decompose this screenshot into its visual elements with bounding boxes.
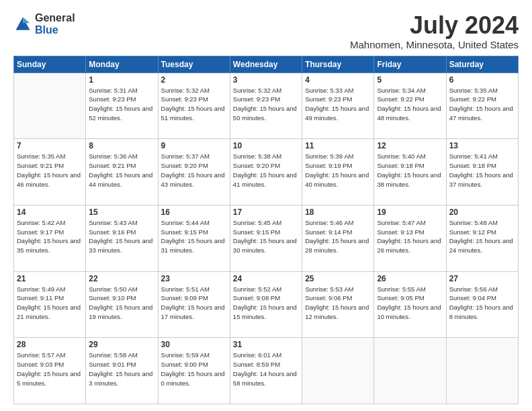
table-row: 11Sunrise: 5:39 AM Sunset: 9:19 PM Dayli… [302, 139, 374, 205]
table-row: 28Sunrise: 5:57 AM Sunset: 9:03 PM Dayli… [14, 338, 86, 404]
cell-day-number: 10 [233, 141, 299, 150]
cell-info: Sunrise: 5:43 AM Sunset: 9:16 PM Dayligh… [89, 218, 154, 255]
cell-day-number: 5 [377, 75, 443, 85]
col-monday: Monday [86, 56, 158, 73]
calendar-body: 1Sunrise: 5:31 AM Sunset: 9:23 PM Daylig… [14, 73, 519, 404]
table-row: 9Sunrise: 5:37 AM Sunset: 9:20 PM Daylig… [158, 139, 230, 205]
table-row: 4Sunrise: 5:33 AM Sunset: 9:23 PM Daylig… [302, 73, 374, 139]
cell-day-number: 26 [377, 274, 443, 283]
cell-info: Sunrise: 5:56 AM Sunset: 9:04 PM Dayligh… [449, 285, 515, 322]
table-row: 29Sunrise: 5:58 AM Sunset: 9:01 PM Dayli… [86, 338, 158, 404]
logo-text: General Blue [35, 12, 75, 36]
table-row: 12Sunrise: 5:40 AM Sunset: 9:18 PM Dayli… [374, 139, 446, 205]
cell-info: Sunrise: 5:42 AM Sunset: 9:17 PM Dayligh… [17, 218, 83, 255]
cell-info: Sunrise: 5:55 AM Sunset: 9:05 PM Dayligh… [377, 285, 443, 322]
logo-general-text: General [35, 12, 75, 24]
cell-info: Sunrise: 5:57 AM Sunset: 9:03 PM Dayligh… [17, 351, 83, 387]
cell-info: Sunrise: 5:44 AM Sunset: 9:15 PM Dayligh… [161, 218, 227, 255]
table-row: 13Sunrise: 5:41 AM Sunset: 9:18 PM Dayli… [446, 139, 518, 205]
cell-day-number: 8 [89, 141, 154, 150]
logo-blue-text: Blue [35, 24, 75, 36]
cell-day-number: 2 [161, 75, 227, 85]
table-row: 17Sunrise: 5:45 AM Sunset: 9:15 PM Dayli… [230, 205, 302, 271]
table-row: 10Sunrise: 5:38 AM Sunset: 9:20 PM Dayli… [230, 139, 302, 205]
table-row: 25Sunrise: 5:53 AM Sunset: 9:06 PM Dayli… [302, 271, 374, 338]
cell-info: Sunrise: 5:48 AM Sunset: 9:12 PM Dayligh… [449, 218, 515, 255]
cell-info: Sunrise: 5:58 AM Sunset: 9:01 PM Dayligh… [89, 351, 154, 387]
table-row: 16Sunrise: 5:44 AM Sunset: 9:15 PM Dayli… [158, 205, 230, 271]
col-thursday: Thursday [302, 56, 374, 73]
cell-day-number: 1 [89, 75, 154, 85]
cell-info: Sunrise: 5:31 AM Sunset: 9:23 PM Dayligh… [89, 86, 154, 123]
logo: General Blue [13, 12, 75, 36]
cell-info: Sunrise: 5:39 AM Sunset: 9:19 PM Dayligh… [305, 152, 371, 189]
cell-day-number: 27 [449, 274, 515, 283]
cell-info: Sunrise: 5:32 AM Sunset: 9:23 PM Dayligh… [233, 86, 299, 123]
col-saturday: Saturday [446, 56, 518, 73]
cell-day-number: 20 [449, 208, 515, 217]
table-row: 8Sunrise: 5:36 AM Sunset: 9:21 PM Daylig… [86, 139, 158, 205]
table-row: 27Sunrise: 5:56 AM Sunset: 9:04 PM Dayli… [446, 271, 518, 338]
cell-info: Sunrise: 5:45 AM Sunset: 9:15 PM Dayligh… [233, 218, 299, 255]
cell-day-number: 23 [161, 274, 227, 283]
cell-day-number: 15 [89, 208, 154, 217]
cell-day-number: 21 [17, 274, 83, 283]
table-row: 26Sunrise: 5:55 AM Sunset: 9:05 PM Dayli… [374, 271, 446, 338]
cell-info: Sunrise: 5:59 AM Sunset: 9:00 PM Dayligh… [161, 351, 227, 387]
cell-info: Sunrise: 5:32 AM Sunset: 9:23 PM Dayligh… [161, 86, 227, 123]
cell-info: Sunrise: 6:01 AM Sunset: 8:59 PM Dayligh… [233, 351, 299, 387]
table-row: 1Sunrise: 5:31 AM Sunset: 9:23 PM Daylig… [86, 73, 158, 139]
table-row: 20Sunrise: 5:48 AM Sunset: 9:12 PM Dayli… [446, 205, 518, 271]
table-row [302, 338, 374, 404]
calendar-week-3: 14Sunrise: 5:42 AM Sunset: 9:17 PM Dayli… [14, 205, 519, 271]
cell-day-number: 3 [233, 75, 299, 85]
table-row [374, 338, 446, 404]
table-row: 22Sunrise: 5:50 AM Sunset: 9:10 PM Dayli… [86, 271, 158, 338]
calendar-table: Sunday Monday Tuesday Wednesday Thursday… [13, 56, 519, 404]
cell-day-number: 13 [449, 141, 515, 150]
col-friday: Friday [374, 56, 446, 73]
cell-day-number: 31 [233, 340, 299, 349]
calendar-header-row: Sunday Monday Tuesday Wednesday Thursday… [14, 56, 519, 73]
cell-info: Sunrise: 5:38 AM Sunset: 9:20 PM Dayligh… [233, 152, 299, 189]
logo-icon [13, 15, 32, 34]
cell-info: Sunrise: 5:51 AM Sunset: 9:09 PM Dayligh… [161, 285, 227, 322]
calendar-week-4: 21Sunrise: 5:49 AM Sunset: 9:11 PM Dayli… [14, 271, 519, 338]
cell-day-number: 11 [305, 141, 371, 150]
table-row: 23Sunrise: 5:51 AM Sunset: 9:09 PM Dayli… [158, 271, 230, 338]
table-row: 31Sunrise: 6:01 AM Sunset: 8:59 PM Dayli… [230, 338, 302, 404]
calendar-week-5: 28Sunrise: 5:57 AM Sunset: 9:03 PM Dayli… [14, 338, 519, 404]
table-row: 2Sunrise: 5:32 AM Sunset: 9:23 PM Daylig… [158, 73, 230, 139]
cell-info: Sunrise: 5:41 AM Sunset: 9:18 PM Dayligh… [449, 152, 515, 189]
header: General Blue July 2024 Mahnomen, Minneso… [13, 12, 519, 50]
subtitle: Mahnomen, Minnesota, United States [350, 39, 519, 50]
cell-info: Sunrise: 5:35 AM Sunset: 9:21 PM Dayligh… [17, 152, 83, 189]
cell-info: Sunrise: 5:36 AM Sunset: 9:21 PM Dayligh… [89, 152, 154, 189]
cell-info: Sunrise: 5:47 AM Sunset: 9:13 PM Dayligh… [377, 218, 443, 255]
cell-day-number: 12 [377, 141, 443, 150]
cell-info: Sunrise: 5:40 AM Sunset: 9:18 PM Dayligh… [377, 152, 443, 189]
cell-day-number: 22 [89, 274, 154, 283]
table-row: 21Sunrise: 5:49 AM Sunset: 9:11 PM Dayli… [14, 271, 86, 338]
cell-info: Sunrise: 5:46 AM Sunset: 9:14 PM Dayligh… [305, 218, 371, 255]
cell-day-number: 7 [17, 141, 83, 150]
cell-day-number: 28 [17, 340, 83, 349]
table-row [14, 73, 86, 139]
cell-info: Sunrise: 5:50 AM Sunset: 9:10 PM Dayligh… [89, 285, 154, 322]
table-row: 5Sunrise: 5:34 AM Sunset: 9:22 PM Daylig… [374, 73, 446, 139]
cell-info: Sunrise: 5:53 AM Sunset: 9:06 PM Dayligh… [305, 285, 371, 322]
cell-day-number: 14 [17, 208, 83, 217]
cell-day-number: 17 [233, 208, 299, 217]
table-row: 15Sunrise: 5:43 AM Sunset: 9:16 PM Dayli… [86, 205, 158, 271]
cell-info: Sunrise: 5:37 AM Sunset: 9:20 PM Dayligh… [161, 152, 227, 189]
table-row: 19Sunrise: 5:47 AM Sunset: 9:13 PM Dayli… [374, 205, 446, 271]
col-sunday: Sunday [14, 56, 86, 73]
cell-day-number: 19 [377, 208, 443, 217]
cell-day-number: 18 [305, 208, 371, 217]
cell-info: Sunrise: 5:52 AM Sunset: 9:08 PM Dayligh… [233, 285, 299, 322]
calendar-week-2: 7Sunrise: 5:35 AM Sunset: 9:21 PM Daylig… [14, 139, 519, 205]
cell-info: Sunrise: 5:34 AM Sunset: 9:22 PM Dayligh… [377, 86, 443, 123]
title-block: July 2024 Mahnomen, Minnesota, United St… [350, 12, 519, 50]
main-title: July 2024 [350, 12, 519, 39]
cell-info: Sunrise: 5:35 AM Sunset: 9:22 PM Dayligh… [449, 86, 515, 123]
